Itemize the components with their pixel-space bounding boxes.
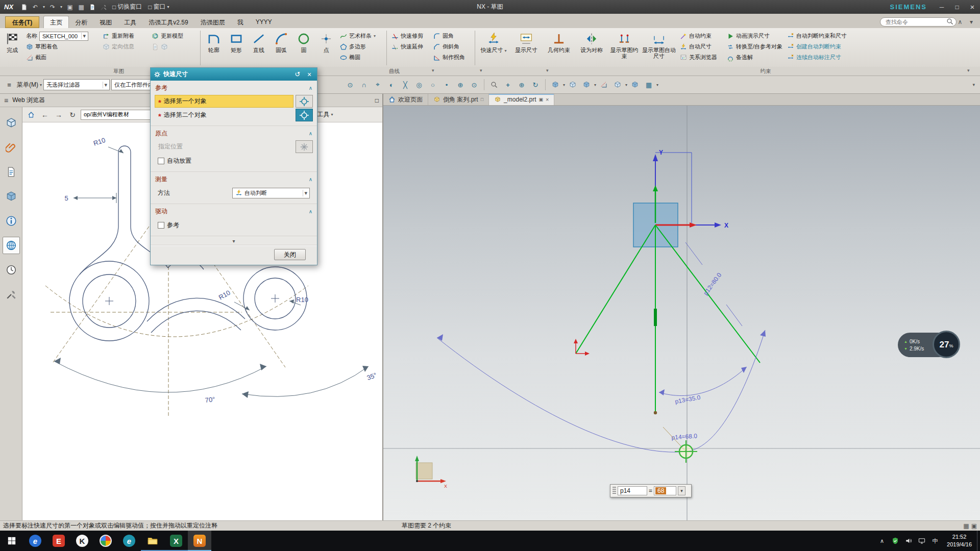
point-button[interactable]: 点 (315, 29, 337, 67)
ie-browser-icon[interactable]: e (23, 531, 47, 551)
dialog-close-icon[interactable] (305, 70, 314, 79)
cpu-usage-circle[interactable]: 27 % (933, 331, 960, 358)
auto-place-checkbox[interactable] (158, 158, 164, 164)
redo-dropdown-icon[interactable] (59, 3, 64, 12)
dialog-reset-icon[interactable] (293, 70, 302, 79)
animate-dimension-button[interactable]: 动画演示尺寸 (724, 31, 785, 41)
tab-yyyy[interactable]: YYYY (250, 16, 278, 28)
copy-icon[interactable] (65, 3, 75, 12)
constraint-gallery-icon[interactable] (967, 68, 970, 73)
show-desktop-button[interactable] (977, 531, 980, 551)
tab-task-menu[interactable]: 任务(T) (5, 16, 39, 28)
constraint-navigator-icon[interactable] (3, 139, 20, 156)
dimension-value-field[interactable]: 68 (654, 486, 676, 495)
specify-location-button[interactable] (296, 140, 313, 153)
highlight-toggle-icon[interactable] (344, 79, 356, 91)
colorful-ball-app-icon[interactable] (94, 531, 117, 551)
ellipse-button[interactable]: 椭圆 (337, 53, 384, 62)
make-symmetric-button[interactable]: 设为对称 (575, 29, 608, 67)
polygon-button[interactable]: 多边形 (337, 42, 384, 52)
chevron-down-icon[interactable] (594, 83, 596, 87)
assembly-navigator-icon[interactable] (3, 114, 20, 132)
continuous-auto-dimension-button[interactable]: 连续自动标注尺寸 (785, 53, 855, 62)
tab-tools[interactable]: 工具 (118, 16, 142, 28)
tab-me[interactable]: 我 (231, 16, 250, 28)
auto-dimension-button[interactable]: 自动尺寸 (677, 42, 724, 52)
rapid-dimension-button[interactable]: 快速尺寸 (477, 29, 510, 67)
redo-icon[interactable] (47, 3, 58, 12)
switch-window-button[interactable]: 切换窗口 (112, 3, 142, 11)
tool-icon[interactable] (99, 3, 109, 12)
tab-view[interactable]: 视图 (93, 16, 118, 28)
close-dialog-button[interactable]: 关闭 (274, 249, 306, 260)
create-inferred-constraints-button[interactable]: 创建自动判断约束 (785, 42, 855, 52)
update-model-button[interactable]: 更新模型 (149, 31, 198, 41)
display-dimension-button[interactable]: 显示尺寸 (510, 29, 543, 67)
convert-to-reference-button[interactable]: 转换至/自参考对象 (724, 42, 785, 52)
print-icon[interactable] (87, 3, 97, 12)
drag-handle[interactable] (612, 487, 616, 495)
part-navigator-icon[interactable] (3, 163, 20, 181)
snap-arc-center-icon[interactable] (413, 79, 425, 91)
layer-settings-icon[interactable] (643, 79, 655, 91)
select-first-object-row[interactable]: 选择第一个对象 (155, 95, 293, 108)
circle-button[interactable]: 圆 (292, 29, 315, 67)
net-speed-overlay[interactable]: 0K/s 2.9K/s 27 % (898, 331, 960, 359)
menu-dropdown-icon[interactable] (40, 83, 42, 87)
home-icon[interactable] (26, 109, 37, 120)
back-icon[interactable] (39, 109, 51, 120)
snap-endpoint-icon[interactable] (372, 79, 384, 91)
chevron-down-icon[interactable] (374, 34, 376, 38)
snap-quadrant-icon[interactable] (427, 79, 439, 91)
undo-dropdown-icon[interactable] (41, 3, 46, 12)
sketch-lines[interactable] (576, 225, 760, 412)
chevron-down-icon[interactable] (625, 83, 627, 87)
close-button[interactable] (965, 0, 980, 14)
history-icon[interactable] (3, 261, 20, 279)
selection-filter-select[interactable]: 无选择过滤器 (43, 79, 110, 90)
rotate-view-icon[interactable] (529, 79, 542, 91)
section-view-icon[interactable] (598, 79, 610, 91)
rectangle-button[interactable]: 矩形 (225, 29, 248, 67)
dialog-titlebar[interactable]: 快速尺寸 (151, 68, 317, 81)
forward-icon[interactable] (53, 109, 64, 120)
tab-home[interactable]: 主页 (43, 16, 69, 28)
wireframe-view-icon[interactable] (567, 79, 579, 91)
display-auto-dimensions-button[interactable]: 显示草图自动尺寸 (641, 29, 677, 67)
refresh-icon[interactable] (67, 109, 78, 120)
hd3d-info-icon[interactable] (3, 212, 20, 230)
line-button[interactable]: 直线 (248, 29, 270, 67)
arc-button[interactable]: 圆弧 (270, 29, 292, 67)
zoom-in-icon[interactable] (502, 79, 514, 91)
status-panel-icon[interactable] (971, 522, 977, 530)
render-style-icon[interactable] (580, 79, 593, 91)
collapse-section-icon[interactable] (309, 131, 312, 136)
reattach-button[interactable]: 重新附着 (100, 31, 149, 41)
sketch-shade-button[interactable]: 草图着色 (23, 42, 100, 52)
quick-extend-button[interactable]: 快速延伸 (389, 42, 431, 52)
collapse-section-icon[interactable] (309, 85, 312, 91)
finish-sketch-button[interactable]: 完成 (1, 29, 23, 67)
curve-gallery-icon[interactable] (432, 68, 434, 73)
sketch-canvas[interactable]: Y X (383, 106, 980, 520)
tab-welcome[interactable]: 欢迎页面 (383, 94, 428, 105)
pin-icon[interactable] (538, 97, 543, 102)
select-first-target-button[interactable] (296, 95, 313, 108)
chevron-down-icon[interactable] (505, 48, 507, 53)
value-dropdown-icon[interactable] (678, 486, 685, 495)
menu-button[interactable]: 菜单(M) (17, 81, 38, 89)
undo-icon[interactable] (30, 3, 40, 12)
snap-midpoint-icon[interactable] (385, 79, 398, 91)
chevron-down-icon[interactable] (656, 83, 658, 87)
geometric-constraint-button[interactable]: 几何约束 (543, 29, 575, 67)
tray-expand-icon[interactable] (875, 531, 889, 551)
window-menu-button[interactable]: 窗口 (148, 3, 169, 11)
alternate-solution-button[interactable]: 备选解 (724, 53, 785, 62)
pan-icon[interactable] (516, 79, 528, 91)
excel-icon[interactable]: X (164, 531, 188, 551)
paste-icon[interactable] (76, 3, 86, 12)
shaded-with-edges-icon[interactable] (549, 79, 561, 91)
security-shield-icon[interactable] (889, 531, 902, 551)
k-app-icon[interactable]: K (70, 531, 94, 551)
studio-spline-button[interactable]: 艺术样条 (337, 31, 384, 41)
